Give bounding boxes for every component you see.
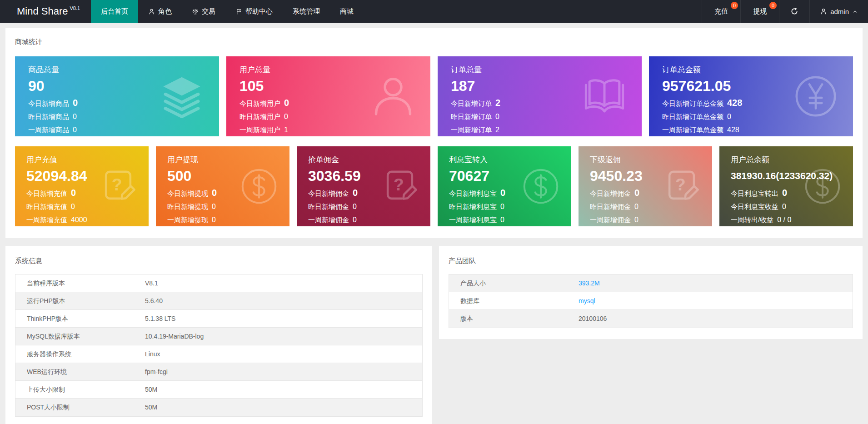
stat-line-number: 0 bbox=[284, 110, 288, 123]
stat-line-label: 昨日新增佣金 bbox=[308, 200, 349, 213]
svg-text:?: ? bbox=[394, 175, 404, 194]
stat-card-title: 用户充值 bbox=[26, 155, 140, 165]
stat-line-number: 0 bbox=[73, 110, 77, 123]
stat-line-label: 一周新增用户 bbox=[239, 123, 280, 136]
stat-line-number: 0 bbox=[284, 96, 289, 110]
row-label: 产品大小 bbox=[449, 274, 579, 292]
row-value: 50M bbox=[145, 381, 422, 398]
dollar-circle-icon bbox=[239, 167, 279, 206]
stat-line-label: 昨日新增订单总金额 bbox=[662, 110, 723, 123]
nav-item[interactable]: 商城 bbox=[330, 0, 364, 23]
main-content: 商城统计 商品总量 90 今日新增商品 0 昨日新增商品 0 一周新增商品 0 … bbox=[0, 23, 868, 424]
stat-line-label: 昨日新增商品 bbox=[28, 110, 69, 123]
doc-question-icon: ? bbox=[662, 167, 701, 206]
nav-item[interactable]: 系统管理 bbox=[283, 0, 330, 23]
stat-line-label: 今日新增商品 bbox=[28, 97, 69, 110]
stat-card-line: 一周新增佣金 0 bbox=[308, 213, 421, 226]
notification-badge: 0 bbox=[769, 2, 777, 9]
stat-line-number: 0 bbox=[634, 200, 639, 213]
stats-panel: 商城统计 商品总量 90 今日新增商品 0 昨日新增商品 0 一周新增商品 0 … bbox=[5, 28, 863, 238]
stat-card-line: 一周新增佣金 0 bbox=[590, 213, 703, 226]
stat-line-number: 0 bbox=[71, 200, 75, 213]
table-row: MySQL数据库版本 10.4.19-MariaDB-log bbox=[15, 328, 422, 345]
stats-row-1: 商品总量 90 今日新增商品 0 昨日新增商品 0 一周新增商品 0 用户总量 … bbox=[15, 56, 853, 136]
stat-line-label: 一周新增充值 bbox=[26, 213, 67, 226]
nav-action[interactable]: 提现 0 bbox=[740, 0, 779, 23]
stat-line-label: 今日新增利息宝 bbox=[449, 187, 497, 200]
refresh-button[interactable] bbox=[779, 0, 809, 23]
stat-line-number: 0 bbox=[500, 213, 504, 226]
stat-card-title: 下级返佣 bbox=[590, 155, 703, 165]
doc-question-icon: ? bbox=[99, 167, 138, 206]
stat-line-label: 一周新增订单 bbox=[451, 123, 492, 136]
row-label: 当前程序版本 bbox=[15, 274, 145, 292]
table-row: 版本 20100106 bbox=[449, 310, 853, 328]
brand-name: Mind Share bbox=[17, 5, 68, 17]
row-label: WEB运行环境 bbox=[15, 363, 145, 380]
stat-card: 抢单佣金 3036.59 今日新增佣金 0 昨日新增佣金 0 一周新增佣金 0 … bbox=[297, 146, 430, 226]
stat-card-title: 订单总金额 bbox=[662, 65, 844, 75]
product-team-panel: 产品团队 产品大小 393.2M 数据库 mysql 版本 20100106 bbox=[439, 246, 863, 339]
svg-text:?: ? bbox=[112, 175, 122, 194]
stat-card-line: 一周新增订单总金额 428 bbox=[662, 123, 844, 136]
stat-card-line: 一周新增提现 0 bbox=[167, 213, 280, 226]
chevron-up-icon bbox=[852, 9, 858, 15]
stat-card-line: 一周转出/收益 0 / 0 bbox=[731, 213, 844, 226]
system-info-table: 当前程序版本 V8.1 运行PHP版本 5.6.40 ThinkPHP版本 5.… bbox=[15, 274, 423, 417]
table-row: 服务器操作系统 Linux bbox=[15, 345, 422, 363]
stat-line-number: 0 bbox=[634, 186, 639, 200]
nav-right: 充值 0 提现 0 admin bbox=[702, 0, 868, 23]
nav-item[interactable]: 帮助中心 bbox=[225, 0, 283, 23]
stat-line-label: 今日新增充值 bbox=[26, 187, 67, 200]
stat-line-number: 0 bbox=[727, 110, 731, 123]
row-value: 5.1.38 LTS bbox=[145, 310, 422, 327]
dollar-circle-icon bbox=[521, 167, 560, 206]
navbar: Mind Share V8.1 后台首页 角色 交易 帮助中心 系统管理 商城 … bbox=[0, 0, 868, 23]
doc-question-icon: ? bbox=[380, 167, 419, 206]
nav-item[interactable]: 后台首页 bbox=[91, 0, 138, 23]
stat-card-title: 抢单佣金 bbox=[308, 155, 421, 165]
stat-card-title: 用户总余额 bbox=[731, 155, 844, 165]
table-row: 当前程序版本 V8.1 bbox=[15, 274, 422, 292]
stat-line-label: 昨日新增提现 bbox=[167, 200, 208, 213]
nav-item-label: 后台首页 bbox=[101, 7, 128, 16]
stat-card-title: 订单总量 bbox=[451, 65, 633, 75]
stat-line-label: 今日新增佣金 bbox=[590, 187, 631, 200]
notification-badge: 0 bbox=[731, 2, 738, 9]
row-value-link[interactable]: mysql bbox=[579, 292, 853, 309]
nav-action[interactable]: 充值 0 bbox=[702, 0, 740, 23]
row-label: 上传大小限制 bbox=[15, 381, 145, 398]
brand[interactable]: Mind Share V8.1 bbox=[0, 0, 91, 23]
stat-line-label: 今日利息宝转出 bbox=[731, 187, 778, 200]
row-value: 50M bbox=[145, 399, 422, 416]
flag-icon bbox=[235, 8, 242, 15]
book-icon bbox=[582, 74, 627, 119]
stat-line-number: 0 bbox=[353, 186, 358, 200]
nav-actions: 充值 0 提现 0 bbox=[702, 0, 779, 23]
stat-line-label: 今日新增提现 bbox=[167, 187, 208, 200]
nav-item-label: 帮助中心 bbox=[245, 7, 273, 16]
stat-line-number: 0 bbox=[500, 186, 505, 200]
nav-item[interactable]: 角色 bbox=[138, 0, 182, 23]
layers-icon bbox=[159, 74, 205, 119]
stat-line-label: 一周新增提现 bbox=[167, 213, 208, 226]
stat-card: 订单总量 187 今日新增订单 2 昨日新增订单 0 一周新增订单 2 bbox=[438, 56, 642, 136]
user-menu[interactable]: admin bbox=[809, 0, 868, 23]
stat-line-label: 一周转出/收益 bbox=[731, 213, 773, 226]
nav-item[interactable]: 交易 bbox=[182, 0, 225, 23]
stat-card-title: 用户提现 bbox=[167, 155, 280, 165]
stat-line-label: 今日新增订单总金额 bbox=[662, 97, 723, 110]
nav-item-label: 系统管理 bbox=[293, 7, 320, 16]
stat-line-label: 一周新增商品 bbox=[28, 123, 69, 136]
stat-card-line: 一周新增用户 1 bbox=[239, 123, 421, 136]
stat-card: 下级返佣 9450.23 今日新增佣金 0 昨日新增佣金 0 一周新增佣金 0 … bbox=[579, 146, 712, 226]
stat-line-number: 0 bbox=[73, 96, 78, 110]
row-value-link[interactable]: 393.2M bbox=[579, 274, 853, 292]
stat-line-number: 0 bbox=[73, 123, 77, 136]
stat-line-number: 0 bbox=[212, 213, 216, 226]
stat-line-number: 0 bbox=[212, 186, 217, 200]
stat-line-number: 0 bbox=[212, 200, 216, 213]
stat-line-label: 今日新增订单 bbox=[451, 97, 492, 110]
stat-line-label: 一周新增订单总金额 bbox=[662, 123, 723, 136]
stat-card-title: 商品总量 bbox=[28, 65, 210, 75]
